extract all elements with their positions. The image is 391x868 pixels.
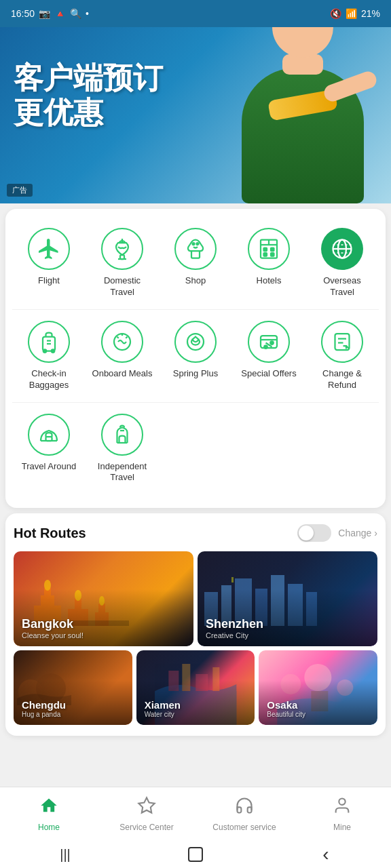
route-card-chengdu[interactable]: Chengdu Hug a panda — [14, 650, 132, 725]
chengdu-content: Chengdu Hug a panda — [14, 692, 74, 725]
flight-label: Flight — [38, 275, 60, 287]
osaka-sub: Beautiful city — [267, 711, 305, 718]
svg-point-20 — [52, 349, 55, 353]
svg-rect-9 — [271, 253, 274, 256]
overseas-travel-icon-circle — [321, 228, 363, 270]
svg-rect-34 — [46, 437, 52, 441]
chengdu-city: Chengdu — [22, 699, 66, 711]
independent-travel-label: Independent Travel — [88, 461, 156, 484]
menu-item-shop[interactable]: Shop — [162, 222, 229, 304]
menu-item-overseas-travel[interactable]: Overseas Travel — [308, 222, 376, 304]
shenzhen-content: Shenzhen Creative City — [198, 610, 272, 646]
hot-routes-title: Hot Routes — [14, 526, 86, 541]
bottom-nav: Home Service Center Customer service — [0, 787, 391, 841]
shenzhen-sub: Creative City — [206, 631, 263, 639]
menu-row-1: Flight Domestic Travel — [12, 222, 379, 304]
spring-plus-icon-circle — [174, 321, 217, 363]
spring-plus-label: Spring Plus — [173, 368, 218, 380]
special-offers-icon-circle — [248, 321, 290, 363]
svg-point-29 — [270, 341, 274, 344]
main-menu-card: Flight Domestic Travel — [5, 209, 386, 508]
nav-item-home[interactable]: Home — [0, 787, 98, 841]
route-card-bangkok[interactable]: Bangkok Cleanse your soul! — [14, 551, 193, 646]
onboard-meals-label: Onboard Meals — [92, 368, 153, 380]
menu-item-travel-around[interactable]: Travel Around — [12, 408, 86, 490]
routes-top-row: Bangkok Cleanse your soul! — [14, 551, 377, 646]
svg-rect-8 — [264, 253, 267, 256]
promo-banner[interactable]: 客户端预订更优惠 广告 — [0, 27, 391, 203]
svg-rect-6 — [264, 248, 267, 252]
hot-routes-header: Hot Routes Change › — [14, 524, 377, 542]
nav-item-customer-service[interactable]: Customer service — [196, 787, 293, 841]
xiamen-sub: Water city — [145, 711, 181, 718]
special-offers-label: Special Offers — [241, 368, 296, 380]
bangkok-content: Bangkok Cleanse your soul! — [14, 610, 92, 646]
osaka-content: Osaka Beautiful city — [259, 692, 314, 725]
menu-item-special-offers[interactable]: Special Offers — [235, 315, 303, 397]
menu-item-onboard-meals[interactable]: Onboard Meals — [88, 315, 156, 397]
nav-item-mine[interactable]: Mine — [293, 787, 391, 841]
menu-row-2: Check-in Baggages Onboard Meals — [12, 315, 379, 397]
change-refund-label: Change & Refund — [311, 368, 373, 391]
shop-label: Shop — [185, 275, 206, 287]
toggle-switch[interactable] — [297, 524, 331, 542]
nav-customer-service-label: Customer service — [212, 823, 276, 832]
svg-marker-60 — [138, 797, 154, 812]
hot-routes-section: Hot Routes Change › — [5, 513, 386, 736]
overseas-travel-label: Overseas Travel — [311, 275, 373, 298]
status-right: 🔇 📶 21% — [330, 8, 380, 19]
chengdu-sub: Hug a panda — [22, 711, 66, 718]
routes-bottom-row: Chengdu Hug a panda Xiamen Water city — [14, 650, 377, 725]
ad-label: 广告 — [7, 184, 33, 197]
sys-nav-home[interactable] — [183, 842, 208, 867]
checkin-baggages-label: Check-in Baggages — [18, 368, 80, 391]
domestic-travel-label: Domestic Travel — [91, 275, 153, 298]
banner-text: 客户端预订更优惠 — [14, 61, 163, 130]
svg-point-3 — [197, 243, 199, 245]
svg-rect-7 — [271, 248, 274, 252]
svg-point-61 — [339, 799, 345, 805]
menu-item-change-refund[interactable]: Change & Refund — [308, 315, 376, 397]
nav-home-label: Home — [38, 823, 60, 832]
status-bar: 16:50 📷 🔺 🔍 • 🔇 📶 21% — [0, 0, 391, 27]
menu-item-domestic-travel[interactable]: Domestic Travel — [88, 222, 156, 304]
change-button[interactable]: Change › — [338, 528, 377, 538]
svg-line-24 — [117, 336, 119, 338]
osaka-city: Osaka — [267, 699, 305, 711]
row-divider-1 — [12, 309, 379, 310]
menu-item-checkin-baggages[interactable]: Check-in Baggages — [15, 315, 83, 397]
sys-nav-menu[interactable]: ||| — [53, 842, 77, 867]
menu-item-spring-plus[interactable]: Spring Plus — [162, 315, 229, 397]
travel-around-icon-circle — [28, 414, 70, 456]
checkin-baggages-icon-circle — [28, 321, 70, 363]
customer-service-icon — [235, 796, 254, 820]
svg-point-19 — [43, 349, 47, 353]
hotels-icon-circle — [248, 228, 290, 270]
xiamen-content: Xiamen Water city — [136, 692, 189, 725]
menu-item-hotels[interactable]: Hotels — [235, 222, 303, 304]
bangkok-sub: Cleanse your soul! — [22, 631, 83, 639]
route-card-xiamen[interactable]: Xiamen Water city — [136, 650, 255, 725]
travel-around-label: Travel Around — [22, 461, 76, 473]
route-card-shenzhen[interactable]: Shenzhen Creative City — [198, 551, 377, 646]
menu-row-3: Travel Around Independent Travel — [12, 408, 379, 490]
row-divider-2 — [12, 402, 379, 403]
route-card-osaka[interactable]: Osaka Beautiful city — [259, 650, 377, 725]
svg-point-2 — [193, 243, 195, 245]
nav-service-center-label: Service Center — [119, 823, 173, 832]
mine-icon — [333, 796, 352, 820]
shop-icon-circle — [174, 228, 217, 270]
banner-figure — [228, 34, 377, 203]
svg-line-23 — [126, 336, 127, 338]
svg-point-28 — [264, 345, 267, 349]
status-time: 16:50 📷 🔺 🔍 • — [11, 8, 89, 19]
nav-item-service-center[interactable]: Service Center — [98, 787, 196, 841]
change-refund-icon-circle — [321, 321, 363, 363]
service-center-icon — [137, 796, 156, 820]
flight-icon-circle — [28, 228, 70, 270]
svg-rect-26 — [261, 336, 277, 348]
toggle-knob — [299, 526, 314, 540]
sys-nav-back[interactable]: ‹ — [314, 842, 338, 867]
menu-item-independent-travel[interactable]: Independent Travel — [86, 408, 159, 490]
menu-item-flight[interactable]: Flight — [15, 222, 83, 304]
